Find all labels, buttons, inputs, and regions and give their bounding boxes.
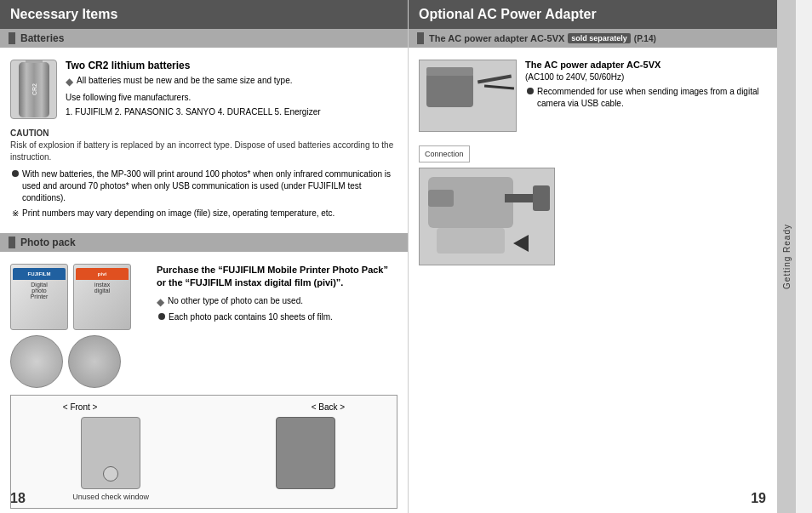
battery-bullet1: ◆ All batteries must be new and be the s… xyxy=(66,75,397,89)
manufacturers-label: Use following five manufacturers. xyxy=(66,92,191,104)
sold-separately-badge: sold separately xyxy=(568,33,631,43)
front-label: < Front > xyxy=(63,402,98,412)
photo-bullet2-text: Each photo pack contains 10 sheets of fi… xyxy=(169,311,333,323)
photo-bullet1: ◆ No other type of photo can be used. xyxy=(157,295,397,310)
left-panel: Necessary Items Batteries CR2 Two xyxy=(0,0,409,513)
optional-ac-title: Optional AC Power Adapter xyxy=(419,7,597,22)
fujifilm-pack-bar: FUJIFILM xyxy=(13,268,66,280)
connection-image xyxy=(419,168,555,265)
side-tab: Getting Ready xyxy=(777,0,796,513)
battery-label-text: CR2 xyxy=(31,83,37,95)
photo-pack-label: Photo pack xyxy=(20,237,76,248)
photo-pack-layout: FUJIFILM DigitalphotoPrinter pivi instax… xyxy=(10,264,397,388)
adapter-cable2 xyxy=(484,84,514,89)
connection-box: Connection xyxy=(419,145,470,162)
photo-pack-header: Photo pack xyxy=(0,233,408,252)
diagram-spacer xyxy=(187,402,221,412)
cable-body xyxy=(437,228,505,254)
page-container: Necessary Items Batteries CR2 Two xyxy=(0,0,812,513)
battery-type: Two CR2 lithium batteries xyxy=(66,60,397,71)
optional-ac-header: Optional AC Power Adapter xyxy=(409,0,796,29)
batteries-header: Batteries xyxy=(0,29,408,48)
asterisk-item: ※ Print numbers may vary depending on im… xyxy=(10,208,397,219)
caution-text: Risk of explosion if battery is replaced… xyxy=(10,140,393,162)
fujifilm-pack-image: FUJIFILM DigitalphotoPrinter xyxy=(10,264,68,330)
pack-round-image-1 xyxy=(10,335,63,388)
ac-subsection-header: The AC power adapter AC-5VX sold separat… xyxy=(409,29,796,48)
photo-pack-bottom-row xyxy=(10,335,146,388)
adapter-subtitle: (AC100 to 240V, 50/60Hz) xyxy=(525,72,786,82)
back-label: < Back > xyxy=(312,402,345,412)
photo-pack-info: Purchase the “FUJIFILM Mobile Printer Ph… xyxy=(153,264,397,388)
photo-pack-top-row: FUJIFILM DigitalphotoPrinter pivi instax… xyxy=(10,264,146,330)
ac-content: The AC power adapter AC-5VX (AC100 to 24… xyxy=(409,53,796,272)
page-ref: (P.14) xyxy=(634,34,656,43)
battery-info: Two CR2 lithium batteries ◆ All batterie… xyxy=(66,60,397,121)
caution-label: CAUTION xyxy=(10,128,49,138)
batteries-label: Batteries xyxy=(20,32,64,44)
photo-pack-title: Purchase the “FUJIFILM Mobile Printer Ph… xyxy=(157,264,397,290)
photo-circle-bullet: Each photo pack contains 10 sheets of fi… xyxy=(157,311,397,323)
battery-top xyxy=(26,60,43,63)
ac-subsection: The AC power adapter AC-5VX sold separat… xyxy=(409,29,796,272)
asterisk-symbol: ※ xyxy=(12,208,19,219)
diagram-header: < Front > < Back > xyxy=(18,402,390,412)
right-panel: Optional AC Power Adapter The AC power a… xyxy=(409,0,796,513)
manufacturers-list: 1. FUJIFILM 2. PANASONIC 3. SANYO 4. DUR… xyxy=(66,106,321,118)
battery-circle-bullet: With new batteries, the MP-300 will prin… xyxy=(10,168,397,204)
ac-adapter-body xyxy=(420,60,516,131)
ac-bullet1-text: Recommended for use when sending images … xyxy=(537,86,786,110)
front-film: Unused check window xyxy=(72,417,149,501)
asterisk-text: Print numbers may vary depending on imag… xyxy=(22,208,335,219)
photo-pack-content-area: FUJIFILM DigitalphotoPrinter pivi instax… xyxy=(0,257,408,513)
pack-digital-label: DigitalphotoPrinter xyxy=(31,282,49,299)
battery-bullet1-text: All batteries must be new and be the sam… xyxy=(77,75,292,89)
caution-block: CAUTION Risk of explosion if battery is … xyxy=(10,128,397,163)
connection-label: Connection xyxy=(425,150,464,158)
film-diagram: < Front > < Back > Unused check window xyxy=(10,395,397,509)
film-front-shape xyxy=(81,417,140,489)
pack-instax-label: instaxdigital xyxy=(94,282,110,294)
necessary-items-title: Necessary Items xyxy=(10,7,117,22)
plug-end xyxy=(533,185,550,211)
adapter-title: The AC power adapter AC-5VX xyxy=(525,60,786,70)
photo-circle-dot xyxy=(158,313,165,320)
ac-bullet-dot xyxy=(527,88,534,94)
ac-bullet1: Recommended for use when sending images … xyxy=(525,86,786,110)
adapter-block xyxy=(426,73,473,107)
battery-manufacturers: Use following five manufacturers. xyxy=(66,92,397,104)
photo-pack-section: Photo pack FUJIFILM DigitalphotoPrinter xyxy=(0,233,408,513)
back-film xyxy=(276,417,335,501)
right-page-number: 19 xyxy=(751,491,766,506)
necessary-items-header: Necessary Items xyxy=(0,0,408,29)
film-front-circle xyxy=(103,466,118,482)
left-page-number: 18 xyxy=(10,491,26,506)
batteries-layout: CR2 Two CR2 lithium batteries ◆ All batt… xyxy=(10,60,397,121)
film-back-shape xyxy=(276,417,335,489)
check-window-label: Unused check window xyxy=(72,493,149,501)
photo-bullet1-text: No other type of photo can be used. xyxy=(168,295,303,310)
ac-layout: The AC power adapter AC-5VX (AC100 to 24… xyxy=(419,60,786,132)
batteries-content: CR2 Two CR2 lithium batteries ◆ All batt… xyxy=(0,53,408,230)
photo-pack-images: FUJIFILM DigitalphotoPrinter pivi instax… xyxy=(10,264,146,388)
batteries-section: Batteries CR2 Two CR2 lithium batteries xyxy=(0,29,408,230)
adapter-cable1 xyxy=(477,75,512,84)
ac-adapter-image xyxy=(419,60,517,132)
battery-image: CR2 xyxy=(10,60,57,119)
photo-bullet-icon: ◆ xyxy=(157,295,164,310)
bullet-icon-1: ◆ xyxy=(66,75,73,89)
pack-round-image-2 xyxy=(68,335,121,388)
pivi-pack-bar: pivi xyxy=(76,268,129,280)
circle-bullet-text: With new batteries, the MP-300 will prin… xyxy=(22,168,397,204)
adapter-top xyxy=(426,67,473,76)
circle-dot xyxy=(12,170,19,177)
ac-info: The AC power adapter AC-5VX (AC100 to 24… xyxy=(525,60,786,132)
side-tab-text: Getting Ready xyxy=(782,224,792,289)
ac-header-bar xyxy=(417,32,424,44)
arrow-icon xyxy=(513,235,529,252)
battery-manufacturers-list: 1. FUJIFILM 2. PANASONIC 3. SANYO 4. DUR… xyxy=(66,106,397,118)
diagram-content: Unused check window xyxy=(18,417,390,501)
pivi-pack-image: pivi instaxdigital xyxy=(73,264,131,330)
device-port xyxy=(428,190,454,207)
battery-cylinder: CR2 xyxy=(19,62,49,117)
